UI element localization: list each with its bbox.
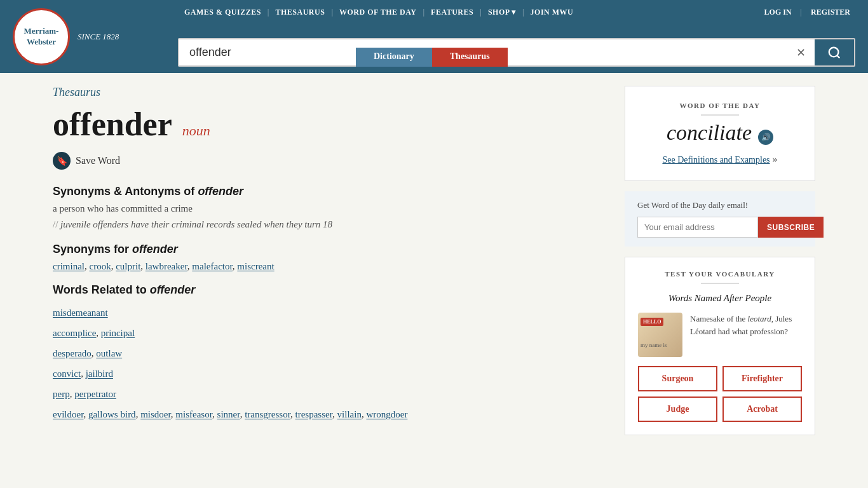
related-evildoer[interactable]: evildoer (53, 409, 84, 419)
related-perp[interactable]: perp (53, 389, 70, 399)
synonyms-list: criminal, crook, culprit, lawbreaker, ma… (53, 261, 606, 272)
tab-dictionary[interactable]: Dictionary (356, 48, 432, 67)
related-gallows-bird[interactable]: gallows bird (88, 409, 136, 419)
word-pos: noun (182, 123, 210, 139)
related-misfeasor[interactable]: misfeasor (175, 409, 212, 419)
search-bar: ✕ (178, 38, 855, 67)
nav-wotd[interactable]: WORD OF THE DAY (333, 6, 423, 18)
word-header: offender noun (53, 105, 606, 143)
related-sinner[interactable]: sinner (217, 409, 240, 419)
word-title: offender (53, 106, 172, 142)
header: Merriam- Webster SINCE 1828 LOG IN | REG… (0, 0, 868, 73)
wotd-divider (701, 114, 739, 116)
related-misdemeanant[interactable]: misdemeanant (53, 308, 108, 318)
related-misdoer[interactable]: misdoer (140, 409, 171, 419)
logo-line2: Webster (24, 37, 59, 48)
svg-line-1 (837, 55, 839, 58)
since-text: SINCE 1828 (78, 32, 119, 42)
related-row: convict, jailbird (53, 364, 606, 383)
save-word-text: Save Word (76, 155, 120, 166)
synonym-criminal[interactable]: criminal (53, 261, 85, 271)
svg-point-0 (829, 47, 839, 57)
save-word[interactable]: 🔖 Save Word (53, 152, 606, 170)
related-row: accomplice, principal (53, 323, 606, 342)
vocab-divider (701, 283, 739, 284)
synonym-culprit[interactable]: culprit (116, 261, 140, 271)
nav-join[interactable]: JOIN MWU (524, 6, 580, 18)
register-link[interactable]: REGISTER (806, 6, 855, 18)
related-trespasser[interactable]: trespasser (295, 409, 333, 419)
vocab-image-area: HELLO my name is Namesake of the leotard… (638, 313, 802, 357)
related-transgressor[interactable]: transgressor (245, 409, 290, 419)
related-row: evildoer, gallows bird, misdoer, misfeas… (53, 405, 606, 424)
search-area: ✕ Dictionary Thesaurus (178, 38, 855, 67)
synonym-crook[interactable]: crook (89, 261, 111, 271)
vocab-label: TEST YOUR VOCABULARY (638, 270, 802, 278)
quiz-option-judge[interactable]: Judge (638, 396, 717, 422)
quiz-buttons: Surgeon Firefighter Judge Acrobat (638, 366, 802, 422)
related-desperado[interactable]: desperado (53, 348, 92, 358)
vocab-image: HELLO my name is (638, 313, 682, 357)
related-outlaw[interactable]: outlaw (96, 348, 122, 358)
search-clear-button[interactable]: ✕ (787, 39, 815, 65)
tabs-bar: Dictionary Thesaurus (356, 48, 508, 67)
synonym-miscreant[interactable]: miscreant (237, 261, 274, 271)
example: juvenile offenders have their criminal r… (53, 219, 606, 230)
logo-line1: Merriam- (24, 26, 59, 37)
wotd-link[interactable]: See Definitions and Examples (662, 155, 770, 165)
bookmark-icon: 🔖 (53, 152, 71, 170)
search-button[interactable] (815, 39, 854, 65)
quiz-option-firefighter[interactable]: Firefighter (722, 366, 802, 391)
log-in-link[interactable]: LOG IN (759, 6, 797, 18)
wotd-word-row: conciliate 🔊 (638, 121, 802, 145)
related-title: Words Related to offender (53, 283, 606, 297)
related-row: desperado, outlaw (53, 344, 606, 363)
related-principal[interactable]: principal (101, 328, 135, 338)
email-label: Get Word of the Day daily email! (637, 200, 803, 210)
nav-features[interactable]: FEATURES (424, 6, 480, 18)
email-section: Get Word of the Day daily email! SUBSCRI… (625, 191, 815, 247)
main-container: Thesaurus offender noun 🔖 Save Word Syno… (27, 73, 841, 458)
nav-games[interactable]: GAMES & QUIZZES (178, 6, 268, 18)
email-input[interactable] (637, 217, 758, 238)
wotd-card: WORD OF THE DAY conciliate 🔊 See Definit… (625, 86, 815, 181)
nav-top: LOG IN | REGISTER (759, 6, 855, 18)
vocab-card: TEST YOUR VOCABULARY Words Named After P… (625, 257, 815, 435)
related-jailbird[interactable]: jailbird (86, 369, 113, 379)
vocab-italic: leotard (748, 314, 771, 323)
related-list: misdemeanant accomplice, principal despe… (53, 303, 606, 424)
related-accomplice[interactable]: accomplice (53, 328, 96, 338)
synonym-malefactor[interactable]: malefactor (192, 261, 233, 271)
nav-shop[interactable]: SHOP ▾ (482, 6, 522, 18)
related-convict[interactable]: convict (53, 369, 81, 379)
definition: a person who has committed a crime (53, 203, 606, 214)
wotd-word: conciliate (667, 121, 752, 144)
wotd-link-row: See Definitions and Examples » (638, 154, 802, 165)
synonyms-title: Synonyms for offender (53, 243, 606, 256)
related-row: perp, perpetrator (53, 384, 606, 403)
related-wrongdoer[interactable]: wrongdoer (366, 409, 407, 419)
logo-area: Merriam- Webster SINCE 1828 (13, 8, 119, 65)
synonyms-antonyms-title: Synonyms & Antonyms of offender (53, 185, 606, 198)
subscribe-button[interactable]: SUBSCRIBE (758, 217, 824, 238)
related-villain[interactable]: villain (337, 409, 362, 419)
content-left: Thesaurus offender noun 🔖 Save Word Syno… (53, 86, 625, 445)
wotd-arrow: » (773, 154, 778, 165)
logo[interactable]: Merriam- Webster (13, 8, 70, 65)
tab-thesaurus[interactable]: Thesaurus (432, 48, 508, 67)
quiz-option-acrobat[interactable]: Acrobat (722, 396, 802, 422)
related-perpetrator[interactable]: perpetrator (74, 389, 116, 399)
wotd-label: WORD OF THE DAY (638, 102, 802, 109)
vocab-description: Namesake of the leotard, Jules Léotard h… (690, 313, 802, 337)
synonym-lawbreaker[interactable]: lawbreaker (146, 261, 187, 271)
nav-thesaurus[interactable]: THESAURUS (269, 6, 332, 18)
search-icon (827, 46, 841, 60)
nav-main: GAMES & QUIZZES | THESAURUS | WORD OF TH… (178, 6, 728, 18)
vocab-subtitle: Words Named After People (638, 293, 802, 304)
quiz-option-surgeon[interactable]: Surgeon (638, 366, 717, 391)
example-italic: offenders (93, 219, 128, 229)
thesaurus-label: Thesaurus (53, 86, 606, 99)
related-row: misdemeanant (53, 303, 606, 322)
email-form: SUBSCRIBE (637, 217, 803, 238)
wotd-audio-button[interactable]: 🔊 (758, 130, 773, 145)
